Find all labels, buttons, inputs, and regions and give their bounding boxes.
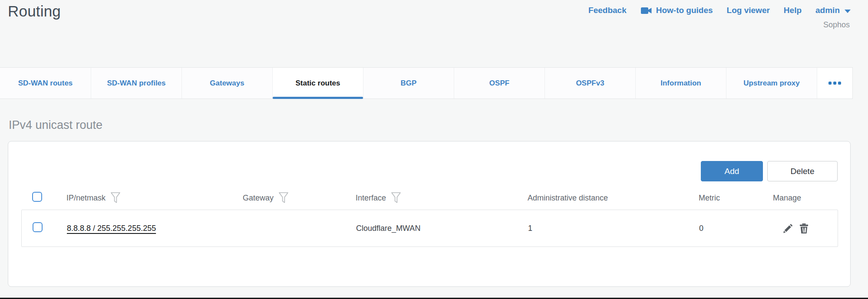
table-row: 8.8.8.8 / 255.255.255.255 Cloudflare_MWA… <box>21 210 838 247</box>
section-heading: IPv4 unicast route <box>9 118 102 132</box>
ellipsis-icon <box>828 82 832 85</box>
delete-button[interactable]: Delete <box>767 161 838 181</box>
tab-upstream-proxy[interactable]: Upstream proxy <box>726 68 817 99</box>
brand-label: Sophos <box>823 20 850 30</box>
edit-pencil-icon[interactable] <box>782 223 794 234</box>
filter-icon[interactable] <box>110 192 121 204</box>
tab-ospfv3[interactable]: OSPFv3 <box>545 68 635 99</box>
route-ip-netmask-link[interactable]: 8.8.8.8 / 255.255.255.255 <box>67 224 156 233</box>
delete-trash-icon[interactable] <box>798 223 810 234</box>
route-interface-cell: Cloudflare_MWAN <box>356 224 528 233</box>
tab-static-routes[interactable]: Static routes <box>272 68 363 99</box>
user-menu[interactable]: admin <box>815 6 851 15</box>
tab-sdwan-routes[interactable]: SD-WAN routes <box>0 68 91 99</box>
routes-card: Add Delete IP/netmask Gateway Interface … <box>8 141 851 287</box>
log-viewer-label: Log viewer <box>727 6 770 15</box>
col-header-admin-distance: Administrative distance <box>528 194 608 203</box>
video-camera-icon <box>640 7 652 14</box>
log-viewer-link[interactable]: Log viewer <box>727 6 770 15</box>
page-title: Routing <box>8 3 61 20</box>
col-header-interface: Interface <box>356 194 386 203</box>
feedback-link[interactable]: Feedback <box>588 6 627 15</box>
top-header: Routing Feedback How-to guides Log viewe… <box>0 0 868 67</box>
select-all-checkbox[interactable] <box>32 192 42 202</box>
filter-icon[interactable] <box>278 192 289 204</box>
tab-gateways[interactable]: Gateways <box>182 68 272 99</box>
col-header-ip-netmask: IP/netmask <box>66 194 106 203</box>
more-tabs-button[interactable] <box>817 68 852 99</box>
user-menu-label: admin <box>815 6 840 15</box>
chevron-down-icon <box>845 10 851 13</box>
ellipsis-icon <box>833 82 836 85</box>
help-label: Help <box>784 6 802 15</box>
col-header-gateway: Gateway <box>243 194 274 203</box>
table-toolbar: Add Delete <box>701 161 838 181</box>
help-link[interactable]: Help <box>784 6 802 15</box>
feedback-label: Feedback <box>588 6 627 15</box>
route-metric-cell: 0 <box>699 224 773 233</box>
route-manage-cell <box>773 223 838 234</box>
top-nav: Feedback How-to guides Log viewer Help a… <box>588 6 851 15</box>
filter-icon[interactable] <box>391 192 401 204</box>
add-button[interactable]: Add <box>701 161 763 181</box>
tab-bar: SD-WAN routes SD-WAN profiles Gateways S… <box>0 67 853 99</box>
route-admin-distance-cell: 1 <box>528 224 699 233</box>
tab-ospf[interactable]: OSPF <box>454 68 545 99</box>
col-header-manage: Manage <box>773 194 801 203</box>
howto-guides-label: How-to guides <box>656 6 713 15</box>
col-header-metric: Metric <box>699 194 720 203</box>
tab-information[interactable]: Information <box>635 68 726 99</box>
tab-sdwan-profiles[interactable]: SD-WAN profiles <box>91 68 182 99</box>
ellipsis-icon <box>838 82 841 85</box>
table-header-row: IP/netmask Gateway Interface Administrat… <box>21 189 838 207</box>
tab-bgp[interactable]: BGP <box>363 68 454 99</box>
howto-guides-link[interactable]: How-to guides <box>640 6 713 15</box>
row-checkbox[interactable] <box>33 222 43 232</box>
